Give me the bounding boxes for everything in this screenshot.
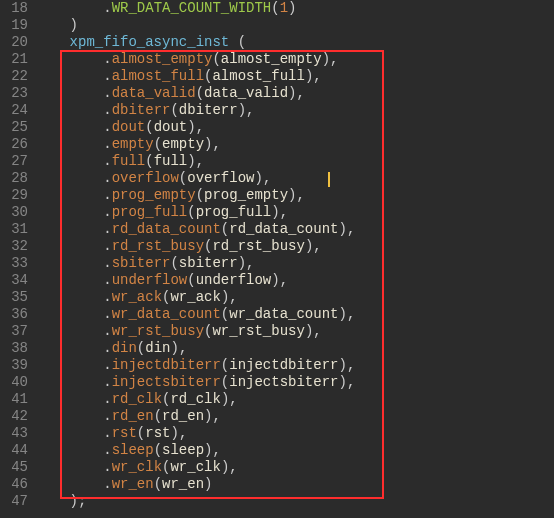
code-text[interactable]: .injectsbiterr(injectsbiterr), bbox=[36, 374, 355, 391]
code-text[interactable]: .wr_ack(wr_ack), bbox=[36, 289, 238, 306]
gutter-line-number: 41 bbox=[0, 391, 36, 408]
code-token-punct: ( bbox=[137, 425, 145, 441]
code-line[interactable]: 45 .wr_clk(wr_clk), bbox=[0, 459, 554, 476]
code-text[interactable]: .full(full), bbox=[36, 153, 204, 170]
code-line[interactable]: 32 .rd_rst_busy(rd_rst_busy), bbox=[0, 238, 554, 255]
code-line[interactable]: 37 .wr_rst_busy(wr_rst_busy), bbox=[0, 323, 554, 340]
code-token-plain bbox=[36, 323, 103, 339]
code-line[interactable]: 38 .din(din), bbox=[0, 340, 554, 357]
code-token-plain bbox=[36, 493, 70, 509]
code-line[interactable]: 31 .rd_data_count(rd_data_count), bbox=[0, 221, 554, 238]
code-token-punct: . bbox=[103, 187, 111, 203]
code-token-plain bbox=[36, 102, 103, 118]
code-text[interactable]: .empty(empty), bbox=[36, 136, 221, 153]
code-text[interactable]: .almost_full(almost_full), bbox=[36, 68, 322, 85]
code-line[interactable]: 22 .almost_full(almost_full), bbox=[0, 68, 554, 85]
code-text[interactable]: .almost_empty(almost_empty), bbox=[36, 51, 339, 68]
code-line[interactable]: 39 .injectdbiterr(injectdbiterr), bbox=[0, 357, 554, 374]
code-text[interactable]: .sleep(sleep), bbox=[36, 442, 221, 459]
code-text[interactable]: .rd_clk(rd_clk), bbox=[36, 391, 238, 408]
code-line[interactable]: 18 .WR_DATA_COUNT_WIDTH(1) bbox=[0, 0, 554, 17]
gutter-line-number: 19 bbox=[0, 17, 36, 34]
code-text[interactable]: .dout(dout), bbox=[36, 119, 204, 136]
code-token-punct: ) bbox=[322, 51, 330, 67]
code-token-punct: . bbox=[103, 85, 111, 101]
code-token-sig: data_valid bbox=[204, 85, 288, 101]
code-line[interactable]: 44 .sleep(sleep), bbox=[0, 442, 554, 459]
code-text[interactable]: xpm_fifo_async_inst ( bbox=[36, 34, 246, 51]
code-line[interactable]: 34 .underflow(underflow), bbox=[0, 272, 554, 289]
code-text[interactable]: .prog_full(prog_full), bbox=[36, 204, 288, 221]
code-token-sig: dout bbox=[154, 119, 188, 135]
code-line[interactable]: 36 .wr_data_count(wr_data_count), bbox=[0, 306, 554, 323]
code-text[interactable]: .rd_data_count(rd_data_count), bbox=[36, 221, 355, 238]
code-line[interactable]: 43 .rst(rst), bbox=[0, 425, 554, 442]
code-token-punct: , bbox=[296, 85, 304, 101]
code-text[interactable]: .wr_en(wr_en) bbox=[36, 476, 212, 493]
code-text[interactable]: .rd_rst_busy(rd_rst_busy), bbox=[36, 238, 322, 255]
code-token-punct: , bbox=[196, 119, 204, 135]
gutter-line-number: 40 bbox=[0, 374, 36, 391]
code-text[interactable]: .rd_en(rd_en), bbox=[36, 408, 221, 425]
code-text[interactable]: ) bbox=[36, 17, 78, 34]
code-token-param: WR_DATA_COUNT_WIDTH bbox=[112, 0, 272, 16]
code-token-sig: prog_empty bbox=[204, 187, 288, 203]
code-editor[interactable]: 18 .WR_DATA_COUNT_WIDTH(1)19 )20 xpm_fif… bbox=[0, 0, 554, 510]
code-token-punct: . bbox=[103, 391, 111, 407]
code-token-port: data_valid bbox=[112, 85, 196, 101]
code-token-plain bbox=[36, 119, 103, 135]
code-token-punct: . bbox=[103, 442, 111, 458]
code-line[interactable]: 42 .rd_en(rd_en), bbox=[0, 408, 554, 425]
code-token-port: rd_clk bbox=[112, 391, 162, 407]
code-text[interactable]: .din(din), bbox=[36, 340, 187, 357]
code-line[interactable]: 21 .almost_empty(almost_empty), bbox=[0, 51, 554, 68]
code-token-port: sbiterr bbox=[112, 255, 171, 271]
code-token-port: empty bbox=[112, 136, 154, 152]
code-line[interactable]: 46 .wr_en(wr_en) bbox=[0, 476, 554, 493]
code-token-punct: ( bbox=[196, 85, 204, 101]
code-text[interactable]: .wr_rst_busy(wr_rst_busy), bbox=[36, 323, 322, 340]
code-line[interactable]: 24 .dbiterr(dbiterr), bbox=[0, 102, 554, 119]
code-token-sig: rd_data_count bbox=[229, 221, 338, 237]
code-line[interactable]: 23 .data_valid(data_valid), bbox=[0, 85, 554, 102]
code-line[interactable]: 47 ); bbox=[0, 493, 554, 510]
code-line[interactable]: 29 .prog_empty(prog_empty), bbox=[0, 187, 554, 204]
code-token-sig: wr_rst_busy bbox=[212, 323, 304, 339]
code-line[interactable]: 35 .wr_ack(wr_ack), bbox=[0, 289, 554, 306]
code-line[interactable]: 19 ) bbox=[0, 17, 554, 34]
code-line[interactable]: 40 .injectsbiterr(injectsbiterr), bbox=[0, 374, 554, 391]
code-token-punct: ( bbox=[154, 136, 162, 152]
code-text[interactable]: .wr_clk(wr_clk), bbox=[36, 459, 238, 476]
code-token-port: rst bbox=[112, 425, 137, 441]
code-token-punct: . bbox=[103, 425, 111, 441]
code-text[interactable]: .WR_DATA_COUNT_WIDTH(1) bbox=[36, 0, 296, 17]
code-token-sig: full bbox=[154, 153, 188, 169]
code-line[interactable]: 20 xpm_fifo_async_inst ( bbox=[0, 34, 554, 51]
code-token-port: rd_data_count bbox=[112, 221, 221, 237]
code-text[interactable]: .rst(rst), bbox=[36, 425, 187, 442]
code-line[interactable]: 30 .prog_full(prog_full), bbox=[0, 204, 554, 221]
code-text[interactable]: .overflow(overflow), bbox=[36, 170, 271, 187]
code-line[interactable]: 28 .overflow(overflow), bbox=[0, 170, 554, 187]
code-text[interactable]: .data_valid(data_valid), bbox=[36, 85, 305, 102]
gutter-line-number: 26 bbox=[0, 136, 36, 153]
code-line[interactable]: 33 .sbiterr(sbiterr), bbox=[0, 255, 554, 272]
code-line[interactable]: 41 .rd_clk(rd_clk), bbox=[0, 391, 554, 408]
code-text[interactable]: .injectdbiterr(injectdbiterr), bbox=[36, 357, 355, 374]
code-token-plain bbox=[36, 221, 103, 237]
code-text[interactable]: .dbiterr(dbiterr), bbox=[36, 102, 254, 119]
code-text[interactable]: ); bbox=[36, 493, 86, 510]
code-token-punct: . bbox=[103, 136, 111, 152]
code-text[interactable]: .underflow(underflow), bbox=[36, 272, 288, 289]
gutter-line-number: 38 bbox=[0, 340, 36, 357]
code-text[interactable]: .sbiterr(sbiterr), bbox=[36, 255, 254, 272]
code-text[interactable]: .prog_empty(prog_empty), bbox=[36, 187, 305, 204]
code-line[interactable]: 26 .empty(empty), bbox=[0, 136, 554, 153]
code-token-plain bbox=[36, 459, 103, 475]
code-line[interactable]: 27 .full(full), bbox=[0, 153, 554, 170]
code-text[interactable]: .wr_data_count(wr_data_count), bbox=[36, 306, 355, 323]
code-token-punct: . bbox=[103, 459, 111, 475]
code-token-plain bbox=[36, 238, 103, 254]
code-token-sig: overflow bbox=[187, 170, 254, 186]
code-line[interactable]: 25 .dout(dout), bbox=[0, 119, 554, 136]
